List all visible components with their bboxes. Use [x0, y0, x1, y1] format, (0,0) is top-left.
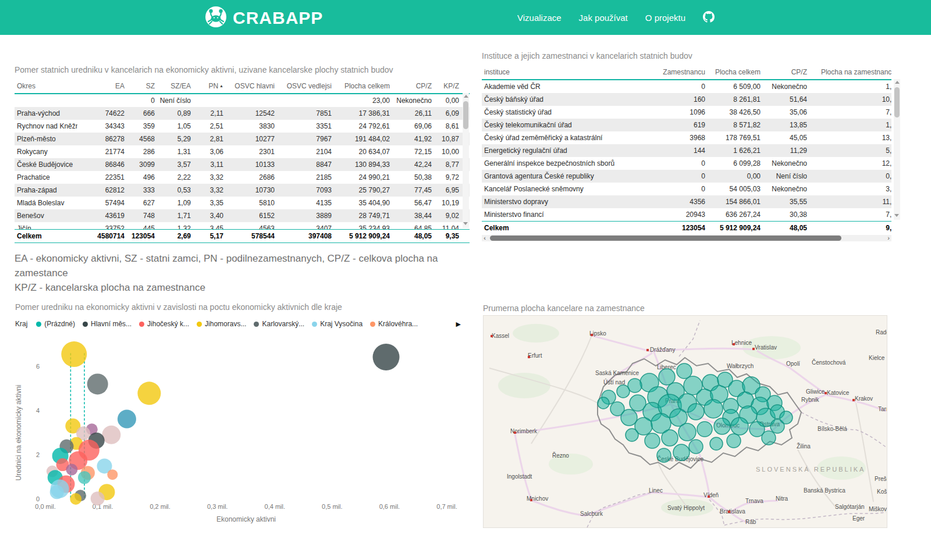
column-header[interactable]: Zamestnancu: [639, 65, 708, 79]
map-data-bubble[interactable]: [689, 440, 703, 454]
map-data-bubble[interactable]: [714, 418, 730, 434]
table-row[interactable]: Rychnov nad Kněžnou343433591,052,5138303…: [15, 120, 470, 133]
scatter-bubble[interactable]: [61, 341, 87, 367]
scatter-bubble[interactable]: [118, 409, 136, 428]
table-cell: 51,64: [763, 93, 809, 106]
brand[interactable]: CRABAPP: [205, 6, 323, 30]
legend-item[interactable]: (Prázdné): [36, 320, 75, 328]
map-data-bubble[interactable]: [657, 448, 671, 462]
nav-jak-pouzivat[interactable]: Jak používat: [579, 13, 628, 23]
table-row[interactable]: Ministerstvo dopravy4356154 866,0135,551…: [482, 195, 891, 208]
legend-more-icon[interactable]: ▶: [456, 320, 461, 328]
scatter-bubble[interactable]: [107, 469, 118, 480]
legend-item[interactable]: Královéhra...: [370, 320, 418, 328]
column-header[interactable]: instituce: [482, 65, 639, 79]
column-header[interactable]: OSVC hlavni: [226, 79, 277, 93]
table-row[interactable]: Grantová agentura České republiky00,00Ne…: [482, 170, 891, 183]
table-row[interactable]: Prachatice223514962,223,322686218524 990…: [15, 171, 470, 184]
table-row[interactable]: Mladá Boleslav574946271,093,355810413535…: [15, 197, 470, 209]
table-row[interactable]: Generální inspekce bezpečnostních sborů0…: [482, 157, 891, 170]
column-header[interactable]: PN▲: [193, 79, 226, 93]
legend-item[interactable]: Jihomoravs...: [197, 320, 246, 328]
map-data-bubble[interactable]: [704, 400, 723, 418]
table-row[interactable]: 0Není číslo23,00Nekonečno0,00: [15, 94, 470, 107]
scroll-down-icon[interactable]: [894, 214, 899, 217]
total-cell: 48,05: [392, 230, 434, 242]
table-row[interactable]: Akademie věd ČR06 509,00Nekonečno1,0: [482, 80, 891, 93]
table-row[interactable]: Český telekomunikační úřad6198 571,8213,…: [482, 119, 891, 131]
map-data-bubble[interactable]: [677, 363, 692, 379]
map-data-bubble[interactable]: [628, 379, 642, 393]
map-data-bubble[interactable]: [598, 397, 609, 409]
legend-item-label: Karlovarský...: [262, 320, 304, 328]
legend-item[interactable]: Kraj Vysočina: [312, 320, 363, 328]
table-cell: 38 426,50: [708, 106, 763, 119]
column-header[interactable]: KP/Z: [434, 79, 461, 93]
legend-item[interactable]: Jihočeský k...: [139, 320, 189, 328]
scroll-thumb[interactable]: [490, 236, 841, 241]
map-data-bubble[interactable]: [659, 369, 675, 385]
column-header[interactable]: SZ: [127, 79, 157, 93]
nav-vizualizace[interactable]: Vizualizace: [517, 13, 562, 23]
column-header[interactable]: Plocha celkem: [334, 79, 392, 93]
table-row[interactable]: České Budějovice8684630993,573,111013388…: [15, 158, 470, 171]
column-header[interactable]: CP/Z: [763, 65, 809, 79]
legend-item[interactable]: Hlavní měs...: [83, 320, 132, 328]
map-data-bubble[interactable]: [762, 431, 776, 445]
map-data-bubble[interactable]: [645, 433, 660, 448]
scroll-down-icon[interactable]: [463, 222, 468, 225]
map-data-bubble[interactable]: [710, 437, 723, 450]
map-data-bubble[interactable]: [780, 411, 793, 424]
column-header[interactable]: SZ/EA: [157, 79, 193, 93]
column-header[interactable]: OSVC vedlejsi: [277, 79, 334, 93]
scroll-thumb[interactable]: [463, 101, 468, 129]
scroll-up-icon[interactable]: [895, 81, 900, 84]
map-data-bubble[interactable]: [697, 422, 712, 437]
legend-color-dot: [370, 322, 375, 327]
scatter-bubble[interactable]: [137, 381, 161, 405]
legend-item[interactable]: Karlovarský...: [254, 320, 304, 328]
map-data-bubble[interactable]: [626, 429, 638, 441]
table-row[interactable]: Praha-západ628123330,533,3210730709325 7…: [15, 184, 470, 197]
table-row[interactable]: Energetický regulační úřad1441 626,2111,…: [482, 144, 891, 157]
scroll-thumb[interactable]: [894, 87, 900, 117]
nav-o-projektu[interactable]: O projektu: [645, 13, 685, 23]
map-data-bubble[interactable]: [621, 409, 637, 426]
table-row[interactable]: Český úřad zeměměřický a katastrální3968…: [482, 131, 891, 144]
table-row[interactable]: Plzeň-město8627845685,292,81102777967191…: [15, 133, 470, 145]
scroll-right-icon[interactable]: ›: [886, 235, 891, 241]
institutions-table-hscrollbar[interactable]: ‹ ›: [482, 235, 891, 241]
scatter-bubble[interactable]: [102, 426, 120, 444]
table-row[interactable]: Kancelář Poslanecké sněmovny054 005,03Ne…: [482, 183, 891, 195]
map-data-bubble[interactable]: [727, 434, 741, 448]
okres-table-vscrollbar[interactable]: [463, 93, 469, 228]
column-header[interactable]: Plocha na zamestnance: [809, 65, 891, 79]
table-row[interactable]: Český statistický úřad109638 426,5035,06…: [482, 106, 891, 119]
scatter-bubble[interactable]: [70, 493, 81, 505]
map-data-bubble[interactable]: [678, 423, 696, 441]
map-data-bubble[interactable]: [673, 444, 690, 461]
scatter-bubble[interactable]: [66, 463, 77, 475]
table-row[interactable]: Rokycany217742861,313,062301210420 634,0…: [15, 145, 470, 158]
table-row[interactable]: Jičín337524451,323,454563340735 234,9364…: [15, 222, 470, 229]
map-data-bubble[interactable]: [662, 430, 678, 446]
table-row[interactable]: Český báňský úřad1608 261,8151,6410,5: [482, 93, 891, 106]
column-header[interactable]: Plocha celkem: [708, 65, 763, 79]
scatter-bubble[interactable]: [373, 344, 400, 370]
scatter-bubble[interactable]: [91, 491, 105, 505]
institutions-table-vscrollbar[interactable]: [894, 79, 900, 220]
scroll-up-icon[interactable]: [464, 95, 468, 98]
scroll-left-icon[interactable]: ‹: [482, 235, 488, 241]
github-link[interactable]: [703, 11, 715, 24]
map-data-bubble[interactable]: [731, 418, 748, 435]
column-header[interactable]: Okres: [15, 79, 77, 93]
table-row[interactable]: Benešov436197481,713,406152388928 749,71…: [15, 209, 470, 222]
map-data-bubble[interactable]: [688, 404, 704, 420]
column-header[interactable]: CP/Z: [392, 79, 434, 93]
column-header[interactable]: EA: [77, 79, 127, 93]
scatter-bubble[interactable]: [50, 485, 64, 499]
scatter-bubble[interactable]: [78, 471, 91, 484]
table-row[interactable]: Praha-východ746226660,892,1112542785117 …: [15, 107, 470, 120]
table-row[interactable]: Ministerstvo financí20943636 267,2430,38…: [482, 208, 891, 221]
scatter-bubble[interactable]: [87, 373, 108, 394]
